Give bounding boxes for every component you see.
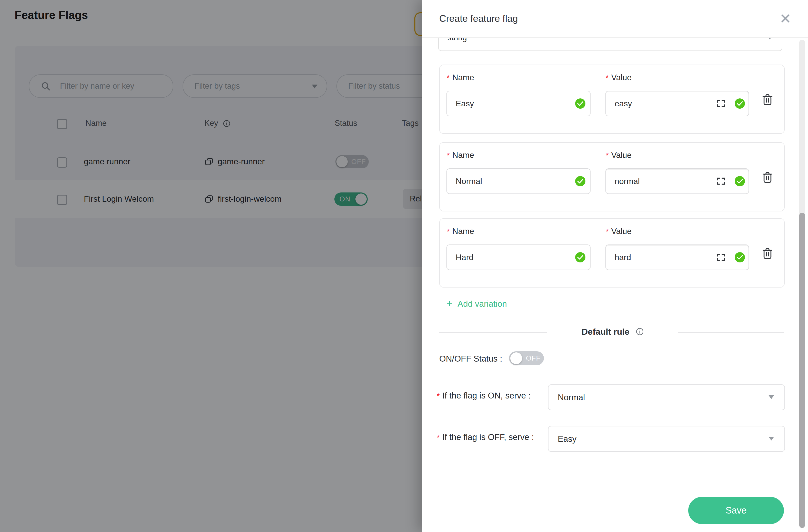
- variation-name-input[interactable]: Hard: [446, 245, 590, 270]
- variation-value-value: hard: [614, 245, 631, 270]
- info-icon: [636, 327, 644, 336]
- plus-icon: +: [446, 298, 452, 309]
- scrollbar-thumb[interactable]: [799, 213, 805, 528]
- valid-check-icon: [735, 252, 745, 262]
- delete-variation-icon[interactable]: [761, 247, 773, 260]
- variation-value-input[interactable]: easy: [605, 91, 749, 116]
- serve-off-value: Easy: [558, 426, 576, 451]
- expand-icon[interactable]: [716, 176, 726, 186]
- variation-name-value: Hard: [456, 245, 473, 270]
- required-mark: *: [447, 227, 450, 235]
- delete-variation-icon[interactable]: [761, 93, 773, 106]
- variation-card: *Name *Value Hard hard: [439, 218, 785, 287]
- default-rule-heading: Default rule: [540, 327, 686, 337]
- name-label: *Name: [447, 73, 474, 82]
- required-mark: *: [447, 73, 450, 82]
- chevron-down-icon: [769, 395, 774, 399]
- drawer-title: Create feature flag: [439, 0, 518, 37]
- variation-type-select[interactable]: string: [438, 38, 782, 51]
- variation-value-input[interactable]: normal: [605, 168, 749, 194]
- value-label: *Value: [606, 227, 631, 236]
- serve-on-select[interactable]: Normal: [548, 384, 785, 410]
- drawer-header: Create feature flag: [422, 0, 808, 38]
- variation-type-value: string: [447, 38, 467, 50]
- add-variation-button[interactable]: +Add variation: [446, 298, 507, 310]
- required-mark: *: [437, 392, 440, 400]
- variation-card: *Name *Value Normal normal: [439, 142, 785, 211]
- valid-check-icon: [575, 98, 585, 109]
- variation-name-input[interactable]: Easy: [446, 91, 590, 116]
- name-label: *Name: [447, 227, 474, 236]
- expand-icon[interactable]: [716, 98, 726, 109]
- screen: Feature Flags Filter by name or key Filt…: [0, 0, 808, 532]
- value-label: *Value: [606, 150, 631, 160]
- save-button[interactable]: Save: [688, 497, 784, 524]
- required-mark: *: [606, 227, 609, 235]
- variation-card: *Name *Value Easy easy: [439, 64, 785, 134]
- serve-on-value: Normal: [558, 385, 585, 410]
- variation-name-value: Normal: [456, 169, 482, 193]
- create-flag-drawer: Create feature flag string *Name *Value …: [422, 0, 808, 532]
- default-rule-toggle[interactable]: OFF: [509, 352, 544, 365]
- variation-value-value: normal: [614, 169, 640, 193]
- serve-off-label: *If the flag is OFF, serve :: [437, 432, 534, 442]
- valid-check-icon: [575, 252, 585, 262]
- name-label: *Name: [447, 150, 474, 160]
- toggle-knob: [510, 353, 522, 364]
- onoff-status-label: ON/OFF Status :: [439, 352, 502, 366]
- variation-name-input[interactable]: Normal: [446, 168, 590, 194]
- variation-value-input[interactable]: hard: [605, 245, 749, 270]
- variation-value-value: easy: [614, 91, 632, 116]
- drawer-body: string *Name *Value Easy easy: [422, 38, 808, 532]
- divider-line: [439, 332, 547, 333]
- delete-variation-icon[interactable]: [761, 171, 773, 184]
- add-variation-label: Add variation: [457, 299, 507, 308]
- valid-check-icon: [575, 176, 585, 186]
- close-icon[interactable]: [780, 13, 791, 24]
- toggle-label: OFF: [526, 352, 540, 365]
- chevron-down-icon: [767, 38, 773, 39]
- expand-icon[interactable]: [716, 252, 726, 262]
- required-mark: *: [437, 433, 440, 441]
- serve-off-select[interactable]: Easy: [548, 426, 785, 452]
- value-label: *Value: [606, 73, 631, 82]
- required-mark: *: [447, 151, 450, 159]
- variation-name-value: Easy: [456, 91, 474, 116]
- required-mark: *: [606, 73, 609, 82]
- valid-check-icon: [735, 98, 745, 109]
- serve-on-label: *If the flag is ON, serve :: [437, 391, 531, 401]
- chevron-down-icon: [769, 437, 774, 440]
- valid-check-icon: [735, 176, 745, 186]
- required-mark: *: [606, 151, 609, 159]
- divider-line: [678, 332, 784, 333]
